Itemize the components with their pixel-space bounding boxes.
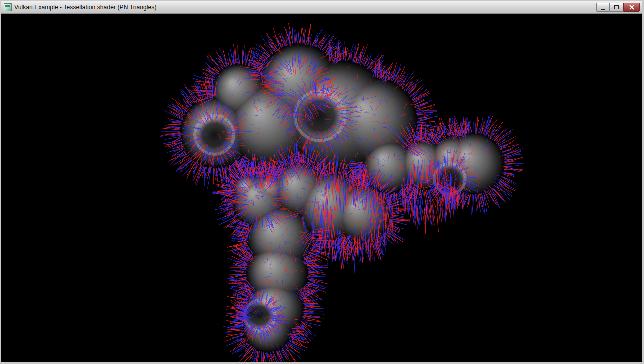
titlebar[interactable]: Vulkan Example - Tessellation shader (PN… [2,2,642,14]
minimize-button[interactable] [596,3,610,12]
render-canvas[interactable] [2,14,642,362]
window-title: Vulkan Example - Tessellation shader (PN… [14,4,157,11]
window-controls [596,3,640,12]
close-icon [629,4,635,10]
app-window: Vulkan Example - Tessellation shader (PN… [0,0,644,364]
close-button[interactable] [624,3,640,12]
maximize-button[interactable] [610,3,624,12]
minimize-icon [601,9,606,10]
viewport[interactable] [2,14,642,362]
app-icon [4,4,12,12]
maximize-icon [614,6,619,10]
